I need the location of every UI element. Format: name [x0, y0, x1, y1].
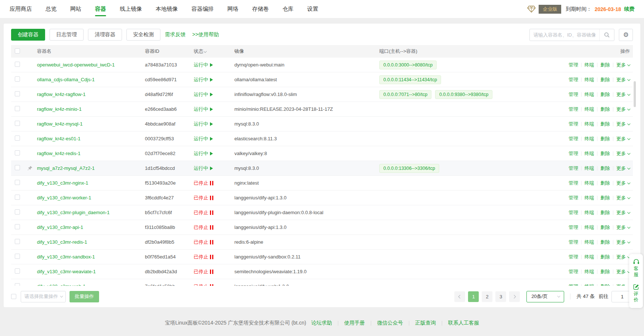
terminal-link[interactable]: 终端: [584, 209, 594, 216]
terminal-link[interactable]: 终端: [584, 62, 594, 68]
footer-link[interactable]: 使用手册: [344, 320, 365, 326]
terminal-link[interactable]: 终端: [584, 136, 594, 142]
row-checkbox[interactable]: [15, 91, 20, 96]
scrollbar-thumb[interactable]: [634, 81, 636, 107]
next-page-button[interactable]: [509, 291, 520, 302]
footer-link[interactable]: 微信公众号: [377, 320, 403, 326]
terminal-link[interactable]: 终端: [584, 76, 594, 83]
create-container-button[interactable]: 创建容器: [11, 29, 45, 41]
nav-item[interactable]: 网络: [227, 0, 238, 18]
delete-link[interactable]: 删除: [600, 165, 610, 172]
manage-link[interactable]: 管理: [569, 165, 578, 172]
more-link[interactable]: 更多: [616, 106, 630, 113]
terminal-link[interactable]: 终端: [584, 239, 594, 246]
manage-link[interactable]: 管理: [569, 209, 578, 216]
footer-link[interactable]: 论坛求助: [311, 320, 332, 326]
container-name-link[interactable]: dify_v130_c3mr-weaviate-1: [37, 269, 96, 274]
search-input[interactable]: [530, 32, 599, 38]
toolbar-link[interactable]: 需求反馈: [165, 31, 186, 37]
delete-link[interactable]: 删除: [600, 195, 610, 201]
page-number-button[interactable]: 2: [482, 291, 492, 302]
container-name-link[interactable]: dify_v130_c3mr-worker-1: [37, 195, 91, 200]
more-link[interactable]: 更多: [616, 254, 630, 260]
row-checkbox[interactable]: [15, 180, 20, 185]
nav-item[interactable]: 容器编排: [191, 0, 214, 18]
terminal-link[interactable]: 终端: [584, 150, 594, 157]
terminal-link[interactable]: 终端: [584, 224, 594, 231]
manage-link[interactable]: 管理: [569, 195, 578, 201]
manage-link[interactable]: 管理: [569, 224, 578, 231]
page-number-button[interactable]: 3: [495, 291, 506, 302]
more-link[interactable]: 更多: [616, 195, 630, 201]
delete-link[interactable]: 删除: [600, 224, 610, 231]
container-name-link[interactable]: ragflow_kr4z-es01-1: [37, 136, 81, 141]
container-name-link[interactable]: mysql_a7z2-mysql_A7z2-1: [37, 165, 95, 171]
customer-service-button[interactable]: 客服: [633, 258, 640, 278]
toolbar-button[interactable]: 安全检测: [126, 29, 160, 41]
manage-link[interactable]: 管理: [569, 283, 578, 286]
delete-link[interactable]: 删除: [600, 209, 610, 216]
manage-link[interactable]: 管理: [569, 76, 578, 83]
row-checkbox[interactable]: [15, 254, 20, 259]
footer-link[interactable]: 正版查询: [415, 320, 436, 326]
nav-item[interactable]: 存储卷: [252, 0, 269, 18]
delete-link[interactable]: 删除: [600, 254, 610, 260]
delete-link[interactable]: 删除: [600, 121, 610, 127]
terminal-link[interactable]: 终端: [584, 106, 594, 113]
row-checkbox[interactable]: [15, 268, 20, 274]
terminal-link[interactable]: 终端: [584, 195, 594, 201]
terminal-link[interactable]: 终端: [584, 165, 594, 172]
terminal-link[interactable]: 终端: [584, 283, 594, 286]
header-status-filter[interactable]: 状态: [194, 48, 234, 55]
row-checkbox[interactable]: [15, 136, 20, 141]
select-all-checkbox[interactable]: [15, 48, 20, 54]
terminal-link[interactable]: 终端: [584, 268, 594, 275]
more-link[interactable]: 更多: [616, 150, 630, 157]
page-size-select[interactable]: 20条/页: [526, 291, 564, 302]
settings-button[interactable]: ⚙: [619, 29, 633, 41]
review-button[interactable]: 评价: [633, 284, 639, 303]
more-link[interactable]: 更多: [616, 91, 630, 98]
renew-link[interactable]: 续费: [624, 6, 634, 13]
container-name-link[interactable]: dify_v130_c3mr-nginx-1: [37, 180, 88, 186]
nav-item[interactable]: 线上镜像: [120, 0, 142, 18]
nav-item[interactable]: 总览: [45, 0, 57, 18]
container-name-link[interactable]: dify_v130_c3mr-web-1: [37, 284, 86, 286]
row-checkbox[interactable]: [15, 195, 20, 200]
container-name-link[interactable]: openwebui_iwcd-openwebui_iwcD-1: [37, 62, 115, 68]
delete-link[interactable]: 删除: [600, 180, 610, 186]
delete-link[interactable]: 删除: [600, 76, 610, 83]
delete-link[interactable]: 删除: [600, 106, 610, 113]
manage-link[interactable]: 管理: [569, 239, 578, 246]
delete-link[interactable]: 删除: [600, 91, 610, 98]
nav-item[interactable]: 本地镜像: [156, 0, 178, 18]
more-link[interactable]: 更多: [616, 268, 630, 275]
manage-link[interactable]: 管理: [569, 91, 578, 98]
footer-link[interactable]: 联系人工客服: [448, 320, 479, 326]
container-name-link[interactable]: ollama_cdjs-ollama_Cdjs-1: [37, 77, 95, 82]
row-checkbox[interactable]: [15, 209, 20, 215]
container-name-link[interactable]: ragflow_kr4z-redis-1: [37, 151, 81, 156]
more-link[interactable]: 更多: [616, 136, 630, 142]
nav-item[interactable]: 网站: [70, 0, 81, 18]
toolbar-button[interactable]: 清理容器: [88, 29, 122, 41]
container-name-link[interactable]: ragflow_kr4z-minio-1: [37, 106, 82, 112]
search-button[interactable]: [599, 29, 614, 41]
terminal-link[interactable]: 终端: [584, 91, 594, 98]
row-checkbox[interactable]: [15, 239, 20, 244]
batch-select-all-checkbox[interactable]: [11, 294, 16, 299]
container-name-link[interactable]: ragflow_kr4z-mysql-1: [37, 121, 83, 127]
row-checkbox[interactable]: [15, 224, 20, 229]
container-name-link[interactable]: dify_v130_c3mr-sandbox-1: [37, 254, 95, 260]
manage-link[interactable]: 管理: [569, 121, 578, 127]
batch-operation-select[interactable]: 请选择批量操作: [21, 291, 66, 302]
more-link[interactable]: 更多: [616, 283, 630, 286]
manage-link[interactable]: 管理: [569, 106, 578, 113]
delete-link[interactable]: 删除: [600, 268, 610, 275]
delete-link[interactable]: 删除: [600, 136, 610, 142]
manage-link[interactable]: 管理: [569, 268, 578, 275]
delete-link[interactable]: 删除: [600, 150, 610, 157]
terminal-link[interactable]: 终端: [584, 180, 594, 186]
manage-link[interactable]: 管理: [569, 254, 578, 260]
more-link[interactable]: 更多: [616, 76, 630, 83]
